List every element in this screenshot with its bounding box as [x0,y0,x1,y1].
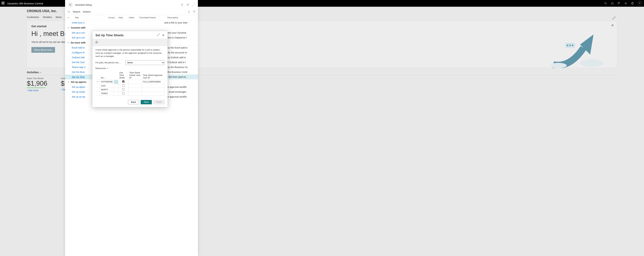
col-use-ts[interactable]: Use Time Sheet [118,71,128,80]
svg-line-20 [157,35,158,36]
approver-select[interactable]: Never [126,60,164,65]
svg-point-10 [569,45,571,46]
expand-icon[interactable] [192,3,195,6]
svg-line-19 [158,34,159,35]
user-avatar[interactable]: F [638,1,642,6]
resource-row[interactable]: LINA [96,84,164,88]
share-icon[interactable] [188,11,190,13]
svg-marker-5 [580,34,594,55]
svg-point-16 [68,11,69,12]
time-sheets-dialog: Set Up Time Sheets ✕ A time sheet approv… [92,31,168,107]
svg-marker-18 [193,11,195,13]
svg-rect-8 [565,43,575,48]
app-launcher-icon[interactable] [2,2,5,5]
col-no[interactable]: No. ↑ [100,71,114,80]
resource-no[interactable]: KATHERINE [100,80,114,84]
collapse-all-icon[interactable] [68,17,70,19]
actions-menu[interactable]: Actions [83,11,90,13]
resource-row[interactable]: KATHERINE⋮FULLUSERADMIN [96,80,164,84]
svg-point-11 [572,45,573,46]
approver-cell[interactable] [142,84,164,88]
next-button[interactable]: Next [141,100,152,104]
approver-cell[interactable] [142,88,164,91]
owner-cell[interactable] [128,91,142,95]
resource-no[interactable]: LINA [100,84,114,88]
svg-line-1 [606,4,607,5]
app-title: Dynamics 365 Business Central [8,2,43,5]
wizard-gear-icon [95,40,98,44]
back-button[interactable]: Back [128,100,139,104]
kpi-sales-this-month[interactable]: Sales This Month $1,906 › See more [27,77,47,92]
use-timesheet-checkbox[interactable] [118,84,128,88]
setup-group[interactable]: Connect with [65,25,198,30]
row-menu-icon[interactable] [114,88,118,91]
tab-items[interactable]: Items [56,16,62,19]
svg-point-2 [626,3,626,4]
see-more-link[interactable]: › See more [27,89,47,92]
dialog-title: Set Up Time Sheets [96,34,157,37]
tab-vendors[interactable]: Vendors [43,16,52,19]
svg-point-9 [567,45,568,46]
filter-icon[interactable] [193,11,196,13]
bookmark-icon[interactable] [181,3,184,6]
finish-button: Finish [154,100,164,104]
resource-no[interactable]: MARTY [100,88,114,91]
gear-icon[interactable] [624,2,627,5]
owner-cell[interactable] [128,84,142,88]
svg-line-17 [69,12,70,13]
show-demo-tours-button[interactable]: Show demo tours [31,47,55,53]
resources-table: No. ↑ Use Time Sheet Time Sheet Owner Us… [96,71,164,96]
svg-rect-15 [187,4,188,6]
search-icon[interactable] [68,11,70,13]
use-timesheet-checkbox[interactable] [118,88,128,91]
svg-point-6 [580,59,604,67]
hero-close-icon[interactable]: ✕ [611,23,614,27]
dialog-description: A time sheet approver is the person resp… [96,48,164,58]
flag-icon[interactable] [618,2,620,5]
approver-cell[interactable] [142,91,164,95]
col-owner[interactable]: Time Sheet Owner User ID [128,71,142,80]
bell-icon[interactable] [611,2,614,5]
owner-cell[interactable] [128,88,142,91]
company-name[interactable]: CRONUS USA, Inc. [27,9,57,13]
owner-cell[interactable] [128,80,142,84]
svg-line-12 [614,17,615,18]
resource-row[interactable]: TERRY [96,91,164,95]
use-timesheet-checkbox[interactable] [118,80,128,84]
svg-point-7 [550,63,567,68]
field-label-approver: For jobs, the person responsibl... [96,61,122,64]
hero-arrow-graphic [540,24,607,68]
row-menu-icon[interactable] [114,84,118,88]
panel-title: Assisted Setup [75,3,178,6]
row-menu-icon[interactable] [114,91,118,95]
svg-point-21 [96,42,97,43]
search-link[interactable]: Search [73,11,80,13]
row-menu-icon[interactable]: ⋮ [114,80,118,84]
popout-icon[interactable] [186,3,189,6]
setup-column-headers: Title Compl... Help Video Translated Nam… [65,15,198,20]
search-icon[interactable] [604,2,607,5]
back-button[interactable] [68,2,73,7]
use-timesheet-checkbox[interactable] [118,91,128,95]
help-icon[interactable] [631,2,634,5]
approver-cell[interactable]: FULLUSERADMIN [142,80,164,84]
svg-line-13 [613,18,614,19]
resource-row[interactable]: MARTY [96,88,164,91]
tab-customers[interactable]: Customers [27,16,39,19]
col-approver[interactable]: Time Sheet Approver User ID [142,71,164,80]
svg-point-0 [604,2,606,4]
close-dialog-icon[interactable]: ✕ [162,33,164,37]
setup-row[interactable]: Invite your eand a link to your exte [65,20,198,25]
expand-page-icon[interactable] [612,17,616,20]
resources-subheader[interactable]: Resources [96,67,164,70]
expand-dialog-icon[interactable] [157,33,160,36]
resource-no[interactable]: TERRY [100,91,114,95]
